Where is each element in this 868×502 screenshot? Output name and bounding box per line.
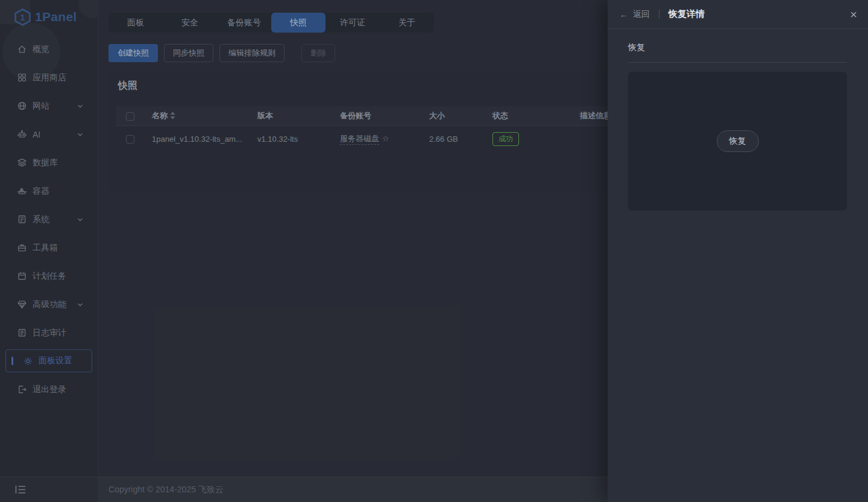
back-label: 返回: [633, 9, 650, 20]
back-arrow-icon: ←: [620, 10, 628, 19]
close-icon[interactable]: ×: [850, 8, 857, 21]
section-divider: [628, 62, 847, 63]
restore-detail-drawer: ← 返回 恢复详情 × 恢复 恢复: [608, 0, 868, 502]
header-divider: [659, 10, 659, 19]
drawer-title: 恢复详情: [668, 8, 705, 20]
drawer-header: ← 返回 恢复详情 ×: [608, 0, 868, 29]
restore-panel: 恢复: [628, 72, 847, 211]
restore-section-title: 恢复: [628, 42, 847, 53]
restore-button[interactable]: 恢复: [717, 130, 759, 152]
drawer-body: 恢复 恢复: [608, 29, 868, 211]
back-button[interactable]: ← 返回: [620, 9, 650, 20]
